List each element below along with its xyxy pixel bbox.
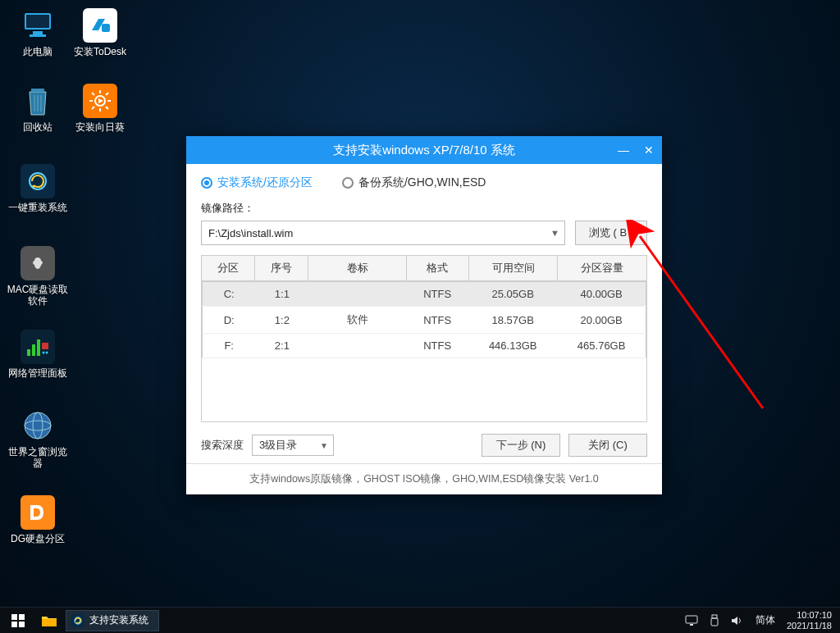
cell-fmt: NTFS (406, 282, 468, 307)
col-cap: 分区容量 (558, 256, 647, 281)
browse-button[interactable]: 浏览 ( B ) (575, 221, 647, 245)
cell-part: F: (203, 334, 256, 358)
svg-rect-34 (11, 614, 17, 620)
dropdown-icon: ▼ (320, 441, 328, 450)
svg-rect-37 (19, 622, 25, 627)
depth-select[interactable]: 3级目录 ▼ (252, 435, 334, 456)
mode-radios: 安装系统/还原分区 备份系统/GHO,WIN,ESD (201, 175, 647, 190)
taskbar-explorer[interactable] (36, 608, 62, 634)
start-button[interactable] (0, 608, 36, 634)
desktop-icon-todesk[interactable]: 安装ToDesk (69, 8, 131, 57)
cell-cap: 40.00GB (557, 282, 646, 307)
window-footer: 支持windows原版镜像，GHOST ISO镜像，GHO,WIM,ESD镜像安… (186, 463, 662, 494)
tray-clock[interactable]: 10:07:10 2021/11/18 (787, 610, 832, 631)
radio-dot-icon (342, 177, 354, 189)
svg-point-27 (43, 352, 45, 354)
close-button[interactable]: ✕ (641, 140, 657, 160)
radio-install[interactable]: 安装系统/还原分区 (201, 175, 313, 190)
svg-line-18 (106, 93, 108, 95)
svg-rect-42 (712, 615, 717, 618)
desktop-icon-label: 网络管理面板 (7, 367, 69, 379)
reinstall-icon (21, 164, 55, 198)
minimize-button[interactable]: — (614, 140, 632, 160)
table-body-wrap: C: 1:1 NTFS 25.05GB 40.00GB D: 1:2 软件 NT… (201, 281, 647, 422)
desktop-icon-label: DG硬盘分区 (7, 533, 69, 544)
desktop-icon-sunflower[interactable]: 安装向日葵 (69, 84, 131, 133)
window-controls: — ✕ (614, 136, 657, 164)
partition-table: 分区 序号 卷标 格式 可用空间 分区容量 (201, 255, 647, 281)
svg-rect-40 (686, 616, 697, 623)
titlebar[interactable]: 支持安装windows XP/7/8/10 系统 — ✕ (186, 136, 662, 164)
desktop-icon-label: 此电脑 (7, 46, 69, 57)
desktop: 此电脑 安装ToDesk 回收站 安装向日葵 一键重装系统 MAC硬盘读取软件 (0, 0, 840, 607)
depth-value: 3级目录 (259, 438, 297, 453)
tray-network-icon[interactable] (685, 615, 698, 626)
svg-point-28 (46, 352, 48, 354)
tray-volume-icon[interactable] (731, 615, 744, 626)
svg-rect-24 (32, 344, 35, 356)
table-row[interactable]: F: 2:1 NTFS 446.13GB 465.76GB (203, 334, 646, 358)
cell-idx: 1:2 (255, 307, 308, 334)
svg-rect-38 (42, 619, 57, 626)
system-tray: 简体 10:07:10 2021/11/18 (685, 610, 840, 631)
cell-part: D: (203, 307, 256, 334)
desktop-icon-netpanel[interactable]: 网络管理面板 (7, 330, 69, 379)
desktop-icon-label: 回收站 (7, 121, 69, 133)
cell-free: 446.13GB (468, 334, 557, 358)
desktop-icon-label: 安装ToDesk (69, 46, 131, 57)
svg-rect-1 (26, 15, 49, 28)
cell-vol: 软件 (308, 307, 406, 334)
svg-rect-35 (19, 614, 25, 620)
cell-free: 25.05GB (468, 282, 557, 307)
col-fmt: 格式 (406, 256, 468, 281)
desktop-icon-worldbrowser[interactable]: 世界之窗浏览器 (7, 408, 69, 469)
macdisk-icon (21, 246, 55, 280)
worldbrowser-icon (21, 408, 55, 443)
next-button[interactable]: 下一步 (N) (482, 434, 560, 457)
image-path-label: 镜像路径： (201, 202, 647, 216)
radio-dot-icon (201, 177, 212, 189)
col-idx: 序号 (255, 256, 308, 281)
table-row[interactable]: D: 1:2 软件 NTFS 18.57GB 20.00GB (203, 307, 646, 334)
pc-icon (21, 8, 55, 43)
close-window-button[interactable]: 关闭 (C) (568, 434, 647, 457)
sunflower-icon (83, 84, 117, 118)
svg-rect-43 (711, 618, 718, 626)
bottom-row: 搜索深度 3级目录 ▼ 下一步 (N) 关闭 (C) (201, 434, 647, 457)
netpanel-icon (21, 330, 55, 364)
taskbar-task-installer[interactable]: 支持安装系统 (66, 610, 159, 631)
desktop-icon-macdisk[interactable]: MAC硬盘读取软件 (7, 246, 69, 307)
desktop-icon-dg[interactable]: DG硬盘分区 (7, 495, 69, 544)
window-body: 安装系统/还原分区 备份系统/GHO,WIN,ESD 镜像路径： F:\Zjds… (186, 164, 662, 463)
col-free: 可用空间 (468, 256, 558, 281)
tray-time: 10:07:10 (787, 610, 832, 621)
image-path-row: F:\Zjds\install.wim ▼ 浏览 ( B ) (201, 221, 647, 245)
recycle-icon (21, 84, 55, 118)
cell-part: C: (203, 282, 256, 307)
desktop-icon-recycle[interactable]: 回收站 (7, 84, 69, 133)
svg-rect-25 (37, 339, 40, 356)
desktop-icon-this-pc[interactable]: 此电脑 (7, 8, 69, 57)
cell-free: 18.57GB (468, 307, 557, 334)
desktop-icon-reinstall[interactable]: 一键重装系统 (7, 164, 69, 213)
desktop-icon-label: 世界之窗浏览器 (7, 446, 69, 469)
image-path-combobox[interactable]: F:\Zjds\install.wim ▼ (201, 221, 565, 245)
radio-label: 安装系统/还原分区 (217, 175, 313, 190)
table-row[interactable]: C: 1:1 NTFS 25.05GB 40.00GB (203, 282, 646, 307)
table-header-row: 分区 序号 卷标 格式 可用空间 分区容量 (202, 256, 647, 281)
task-label: 支持安装系统 (89, 613, 148, 627)
radio-backup[interactable]: 备份系统/GHO,WIN,ESD (342, 175, 486, 190)
image-path-value: F:\Zjds\install.wim (208, 227, 293, 239)
svg-rect-41 (690, 624, 693, 626)
tray-usb-icon[interactable] (710, 614, 719, 627)
svg-marker-19 (98, 98, 103, 103)
dg-icon (21, 495, 55, 530)
cell-vol (308, 334, 406, 358)
installer-window: 支持安装windows XP/7/8/10 系统 — ✕ 安装系统/还原分区 备… (186, 136, 662, 494)
cell-idx: 2:1 (255, 334, 308, 358)
col-vol: 卷标 (308, 256, 406, 281)
tray-date: 2021/11/18 (787, 621, 832, 631)
tray-ime[interactable]: 简体 (756, 613, 775, 627)
cell-cap: 465.76GB (557, 334, 646, 358)
folder-icon (41, 614, 57, 627)
